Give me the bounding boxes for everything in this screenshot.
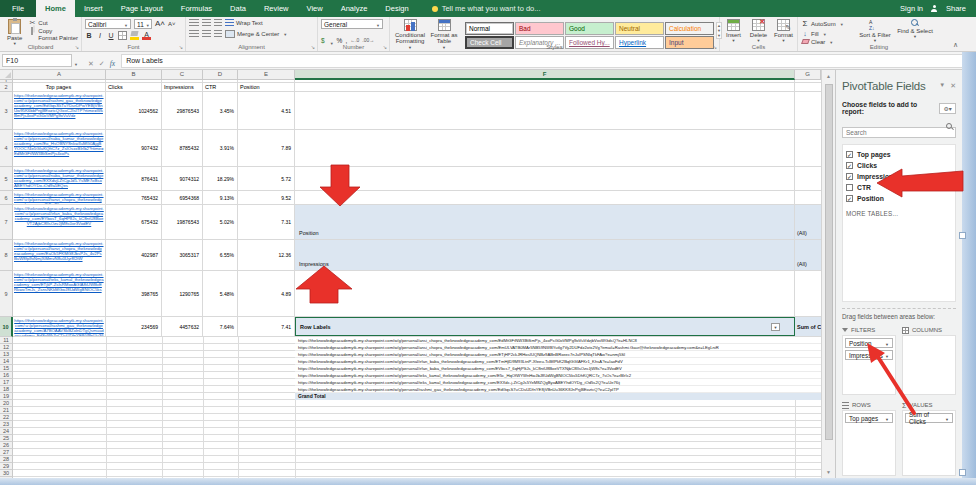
cell-G2[interactable] — [795, 83, 821, 91]
comma-style-button[interactable]: , — [345, 37, 347, 44]
row-header-11[interactable]: 11 — [0, 337, 13, 344]
ribbon-tab-data[interactable]: Data — [221, 0, 255, 17]
row-header-17[interactable]: 17 — [0, 379, 13, 386]
row-header-4[interactable]: 4 — [0, 130, 13, 167]
cell-G3[interactable] — [795, 92, 821, 129]
field-item-clicks[interactable]: Clicks — [846, 160, 952, 171]
clipboard-dialog-launcher[interactable]: ↘ — [75, 44, 79, 50]
area-pill-sum-of-clicks[interactable]: Sum of Clicks — [905, 413, 953, 423]
cell-B4[interactable]: 907432 — [106, 130, 162, 166]
filters-area-well[interactable]: PositionImpressions — [842, 335, 896, 395]
row-header-20[interactable]: 20 — [0, 400, 13, 407]
area-pill-impressions[interactable]: Impressions — [845, 350, 893, 360]
column-header-d[interactable]: D — [203, 70, 238, 80]
cell-F9[interactable] — [295, 271, 795, 316]
fill-button[interactable]: Fill — [801, 30, 853, 37]
values-area-well[interactable]: Sum of Clicks — [902, 410, 956, 476]
share-button[interactable]: Share — [946, 4, 966, 13]
column-header-g[interactable]: G — [795, 70, 821, 80]
pivot-row-label[interactable]: https://theknowledgeacademytk-my.sharepo… — [295, 344, 821, 351]
row-header-18[interactable]: 18 — [0, 386, 13, 393]
cell-B1[interactable] — [106, 80, 162, 82]
cell-A1[interactable] — [13, 80, 106, 82]
cell-style-neutral[interactable]: Neutral — [615, 22, 664, 35]
cell-E7[interactable]: 7.31 — [238, 205, 295, 239]
cell-F6[interactable] — [295, 191, 795, 204]
sharepoint-link[interactable]: https://theknowledgeacademytk-my.sharepo… — [14, 241, 104, 261]
sharepoint-link[interactable]: https://theknowledgeacademytk-my.sharepo… — [14, 93, 104, 118]
cell-A10[interactable]: https://theknowledgeacademytk-my.sharepo… — [13, 317, 106, 336]
sign-in-link[interactable]: Sign in — [900, 4, 923, 13]
percent-style-button[interactable]: % — [337, 37, 343, 44]
area-pill-position[interactable]: Position — [845, 338, 893, 348]
fields-search-input[interactable] — [842, 127, 956, 138]
cell-B5[interactable]: 876431 — [106, 167, 162, 190]
cell-C7[interactable]: 19876543 — [162, 205, 203, 239]
pivot-row-label[interactable]: https://theknowledgeacademytk-my.sharepo… — [295, 386, 821, 393]
italic-button[interactable]: I — [96, 32, 104, 39]
pivot-filter-field-position[interactable]: Position — [295, 205, 795, 239]
cell-B2[interactable]: Clicks — [106, 83, 162, 91]
pivot-row-label[interactable]: https://theknowledgeacademytk-my.sharepo… — [295, 358, 821, 365]
field-checkbox[interactable] — [846, 151, 853, 158]
cell-G9[interactable] — [795, 271, 821, 316]
column-header-b[interactable]: B — [106, 70, 162, 80]
cell-E8[interactable]: 12.36 — [238, 240, 295, 270]
row-header-23[interactable]: 23 — [0, 421, 13, 428]
cell-G1[interactable] — [795, 80, 821, 82]
row-header-22[interactable]: 22 — [0, 414, 13, 421]
row-header-12[interactable]: 12 — [0, 344, 13, 351]
name-box-dropdown-icon[interactable] — [72, 52, 82, 70]
cell-C3[interactable]: 29876543 — [162, 92, 203, 129]
row-header-13[interactable]: 13 — [0, 351, 13, 358]
field-checkbox[interactable] — [846, 162, 853, 169]
cell-F2[interactable] — [295, 83, 795, 91]
pivot-grand-total[interactable]: Grand Total — [295, 393, 821, 400]
window-resize-handle[interactable] — [959, 232, 966, 239]
cell-A5[interactable]: https://theknowledgeacademytk-my.sharepo… — [13, 167, 106, 190]
sharepoint-link[interactable]: https://theknowledgeacademytk-my.sharepo… — [14, 131, 104, 156]
cell-C10[interactable]: 4457632 — [162, 317, 203, 336]
cell-C1[interactable] — [162, 80, 203, 82]
vertical-scrollbar[interactable]: ▲ ▼ — [821, 70, 835, 478]
font-name-select[interactable]: Calibri — [85, 19, 131, 29]
cell-C9[interactable]: 1290765 — [162, 271, 203, 316]
row-header-19[interactable]: 19 — [0, 393, 13, 400]
scroll-down-icon[interactable]: ▼ — [822, 466, 835, 478]
window-resize-handle[interactable] — [959, 469, 966, 476]
cell-E6[interactable]: 9.52 — [238, 191, 295, 204]
row-header-30[interactable]: 30 — [0, 470, 13, 477]
find-select-button[interactable]: Find & Select — [897, 19, 933, 39]
column-header-f-selected[interactable]: F — [295, 70, 795, 80]
wrap-text-button[interactable]: Wrap Text — [225, 19, 263, 27]
pill-dropdown-arrow[interactable] — [885, 340, 889, 347]
row-header-27[interactable]: 27 — [0, 449, 13, 456]
ribbon-tab-file[interactable]: File — [0, 0, 36, 17]
cell-A6[interactable]: https://theknowledgeacademytk-my.sharepo… — [13, 191, 106, 204]
pivot-row-label[interactable]: https://theknowledgeacademytk-my.sharepo… — [295, 365, 821, 372]
row-header-21[interactable]: 21 — [0, 407, 13, 414]
ribbon-tab-design[interactable]: Design — [376, 0, 417, 17]
formula-input[interactable] — [121, 54, 974, 68]
pivot-row-label[interactable]: https://theknowledgeacademytk-my.sharepo… — [295, 351, 821, 358]
cell-G4[interactable] — [795, 130, 821, 166]
tools-gear-button[interactable]: ⚙▾ — [939, 103, 956, 114]
format-cells-button[interactable]: Format — [773, 19, 794, 43]
row-header-8[interactable]: 8 — [0, 240, 13, 271]
cell-D3[interactable]: 3.45% — [203, 92, 238, 129]
sharepoint-link[interactable]: https://theknowledgeacademytk-my.sharepo… — [14, 206, 104, 226]
autosum-button[interactable]: AutoSum — [801, 19, 853, 28]
cell-D6[interactable]: 9.13% — [203, 191, 238, 204]
field-item-impressions[interactable]: Impressions — [846, 171, 952, 182]
cell-D10[interactable]: 7.64% — [203, 317, 238, 336]
increase-font-size-button[interactable]: A˄ — [155, 20, 165, 28]
column-header-e[interactable]: E — [238, 70, 295, 80]
paste-button[interactable]: Paste — [3, 19, 26, 46]
ribbon-tab-view[interactable]: View — [298, 0, 332, 17]
cell-F3[interactable] — [295, 92, 795, 129]
pane-options-icon[interactable]: ▼ — [939, 82, 945, 90]
pane-close-icon[interactable]: ✕ — [950, 82, 956, 90]
cell-F1[interactable] — [295, 80, 795, 82]
decrease-font-size-button[interactable]: A˅ — [168, 20, 176, 28]
cell-C6[interactable]: 6954368 — [162, 191, 203, 204]
